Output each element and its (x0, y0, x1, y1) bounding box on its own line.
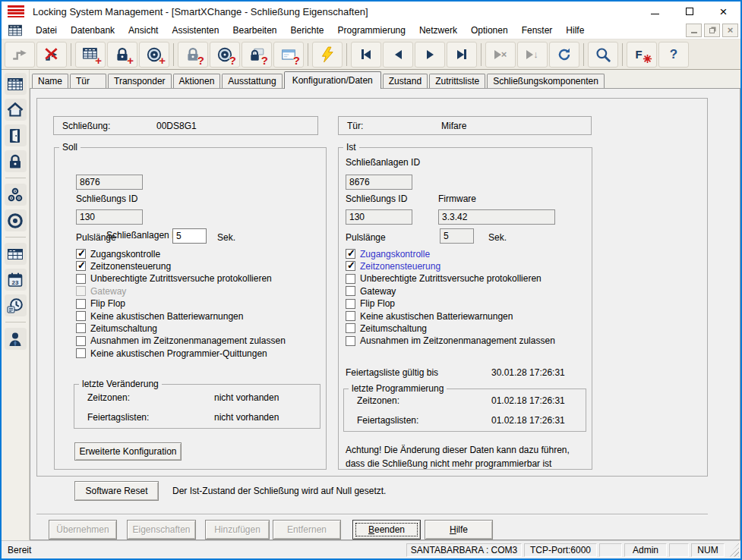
soll-checkbox-row[interactable]: Keine akustischen Programmier-Quittungen (76, 348, 267, 359)
new-lock-button[interactable]: + (107, 42, 137, 68)
minimize-button[interactable] (638, 2, 672, 21)
last-record-button[interactable] (447, 42, 477, 68)
search-button[interactable] (588, 42, 618, 68)
checkbox-icon[interactable] (346, 274, 355, 284)
menu-netzwerk[interactable]: Netzwerk (412, 23, 464, 38)
menu-datei[interactable]: Datei (29, 23, 64, 38)
checkbox-icon[interactable] (346, 311, 355, 321)
eigenschaften-button[interactable]: Eigenschaften (127, 520, 196, 540)
hilfe-button[interactable]: Hilfe (425, 520, 493, 540)
tab-schliessungskomponenten[interactable]: Schließungskomponenten (487, 74, 605, 88)
tab-aktionen[interactable]: Aktionen (173, 74, 221, 88)
mdi-minimize-button[interactable] (686, 24, 702, 37)
soll-checkbox-row[interactable]: Unberechtigte Zutrittsversuche protokoll… (76, 273, 272, 285)
post-record-button[interactable]: ↓ (517, 42, 548, 68)
soll-lock-id-field[interactable] (76, 209, 143, 225)
soll-checkbox-row[interactable]: Ausnahmen im Zeitzonenmanagement zulasse… (76, 335, 286, 347)
ist-pulse-field[interactable] (440, 228, 474, 244)
soll-checkbox-row[interactable]: Zeitzonensteuerung (76, 260, 171, 272)
read-lock-alt-button[interactable]: ? (242, 42, 272, 68)
tab-zustand[interactable]: Zustand (383, 74, 428, 88)
refresh-button[interactable] (549, 42, 579, 68)
close-button[interactable]: × (706, 2, 740, 21)
checkbox-icon[interactable] (346, 336, 355, 346)
checkbox-icon[interactable] (346, 323, 355, 333)
sidebar-item-matrix[interactable] (5, 73, 27, 95)
new-transponder-button[interactable]: + (139, 42, 169, 68)
tab-zutrittsliste[interactable]: Zutrittsliste (429, 74, 485, 88)
tab-ausstattung[interactable]: Ausstattung (222, 74, 282, 88)
advanced-config-button[interactable]: Erweiterte Konfiguration (74, 442, 182, 461)
menu-ansicht[interactable]: Ansicht (122, 23, 165, 38)
tab-transponder[interactable]: Transponder (108, 74, 172, 88)
help-button[interactable]: ? (658, 42, 689, 68)
read-network-button[interactable]: ? (273, 42, 304, 68)
entfernen-button[interactable]: Entfernen (273, 520, 341, 540)
read-lock-button[interactable]: ? (178, 42, 208, 68)
flash-programming-button[interactable] (312, 42, 343, 68)
menu-assistenten[interactable]: Assistenten (165, 23, 226, 38)
menu-fenster[interactable]: Fenster (515, 23, 560, 38)
disconnect-button[interactable] (36, 42, 67, 68)
soll-system-id-field[interactable] (76, 175, 143, 190)
ist-lock-id-field[interactable] (346, 209, 412, 225)
uebernehmen-button[interactable]: Übernehmen (49, 520, 117, 540)
tab-name[interactable]: Name (32, 74, 68, 88)
sidebar-item-timezone-plan[interactable] (5, 243, 27, 265)
sidebar-item-calendar[interactable]: 23 (5, 269, 27, 291)
soll-checkbox-row[interactable]: Gateway (76, 285, 126, 297)
prev-record-button[interactable] (383, 42, 413, 68)
mdi-restore-button[interactable] (704, 24, 720, 37)
soll-checkbox-row[interactable]: Zugangskontrolle (76, 248, 160, 260)
menu-programmierung[interactable]: Programmierung (331, 23, 412, 38)
hinzufuegen-button[interactable]: Hinzufügen (205, 520, 270, 540)
checkbox-icon[interactable] (76, 249, 86, 259)
checkbox-icon[interactable] (76, 261, 86, 271)
checkbox-icon[interactable] (76, 323, 86, 333)
checkbox-icon[interactable] (346, 299, 355, 309)
soll-pulse-field[interactable] (172, 228, 207, 244)
new-locking-system-button[interactable]: + (75, 42, 106, 68)
ist-checkbox-row[interactable]: Keine akustischen Batteriewarnungen (346, 310, 513, 322)
menu-optionen[interactable]: Optionen (464, 23, 515, 38)
first-record-button[interactable] (351, 42, 381, 68)
mdi-close-button[interactable]: × (722, 24, 738, 37)
checkbox-icon[interactable] (346, 261, 355, 271)
tab-tuer[interactable]: Tür (70, 74, 106, 88)
cancel-record-button[interactable]: × (485, 42, 516, 68)
checkbox-icon[interactable] (346, 249, 355, 259)
filter-settings-button[interactable]: F (627, 42, 657, 68)
ist-system-id-field[interactable] (346, 175, 412, 190)
checkbox-icon[interactable] (76, 348, 86, 358)
sidebar-item-log[interactable] (5, 294, 27, 316)
menu-bearbeiten[interactable]: Bearbeiten (226, 23, 283, 38)
resize-grip[interactable] (727, 543, 739, 557)
next-record-button[interactable] (415, 42, 445, 68)
tab-konfiguration-daten[interactable]: Konfiguration/Daten (284, 71, 381, 89)
beenden-button[interactable]: Beenden (352, 520, 421, 540)
menu-hilfe[interactable]: Hilfe (559, 23, 591, 38)
checkbox-icon[interactable] (76, 299, 86, 309)
ist-checkbox-row[interactable]: Zeitumschaltung (346, 322, 427, 334)
ist-checkbox-row[interactable]: Flip Flop (346, 298, 395, 310)
sidebar-item-lock[interactable] (5, 150, 27, 172)
checkbox-icon[interactable] (76, 311, 86, 321)
sidebar-item-transponder[interactable] (5, 209, 27, 231)
ist-checkbox-row[interactable]: Unberechtigte Zutrittsversuche protokoll… (346, 273, 542, 285)
ist-checkbox-row[interactable]: Gateway (346, 285, 396, 297)
software-reset-button[interactable]: Software Reset (74, 481, 159, 501)
sidebar-item-user[interactable] (5, 328, 27, 350)
sidebar-item-home[interactable] (5, 99, 27, 121)
read-transponder-button[interactable]: ? (210, 42, 240, 68)
soll-checkbox-row[interactable]: Flip Flop (76, 298, 125, 310)
ist-checkbox-row[interactable]: Ausnahmen im Zeitzonenmanagement zulasse… (346, 335, 555, 347)
ist-checkbox-row[interactable]: Zugangskontrolle (346, 248, 430, 260)
menu-datenbank[interactable]: Datenbank (64, 23, 122, 38)
checkbox-icon[interactable] (76, 336, 86, 346)
sidebar-item-door[interactable] (5, 124, 27, 146)
ist-firmware-field[interactable] (438, 209, 555, 225)
menu-berichte[interactable]: Berichte (284, 23, 331, 38)
connect-button[interactable] (5, 42, 35, 68)
checkbox-icon[interactable] (346, 286, 355, 296)
checkbox-icon[interactable] (76, 286, 86, 296)
